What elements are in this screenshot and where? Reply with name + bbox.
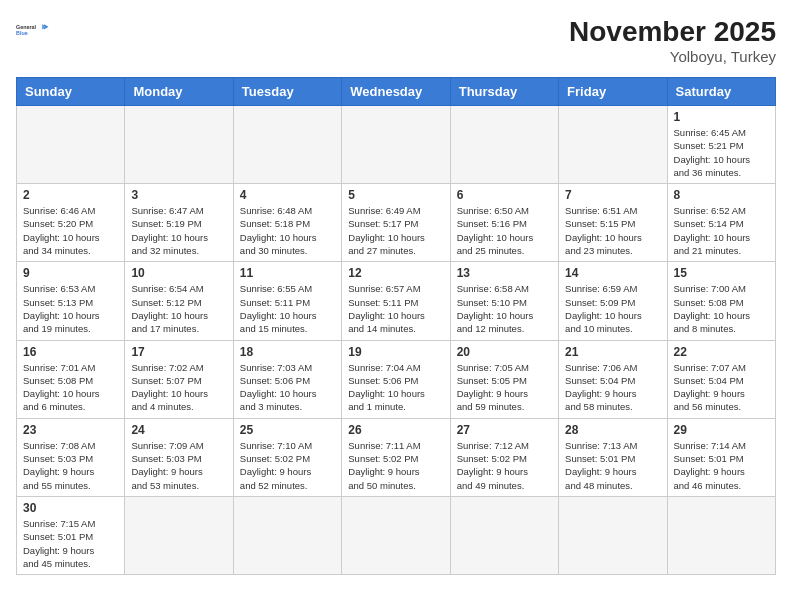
calendar-day-16: 16Sunrise: 7:01 AM Sunset: 5:08 PM Dayli…	[17, 340, 125, 418]
calendar-week-row: 9Sunrise: 6:53 AM Sunset: 5:13 PM Daylig…	[17, 262, 776, 340]
calendar-day-1: 1Sunrise: 6:45 AM Sunset: 5:21 PM Daylig…	[667, 106, 775, 184]
day-info: Sunrise: 7:08 AM Sunset: 5:03 PM Dayligh…	[23, 439, 118, 492]
weekday-header-saturday: Saturday	[667, 78, 775, 106]
calendar-day-empty	[667, 496, 775, 574]
day-info: Sunrise: 7:10 AM Sunset: 5:02 PM Dayligh…	[240, 439, 335, 492]
day-number: 30	[23, 501, 118, 515]
weekday-header-tuesday: Tuesday	[233, 78, 341, 106]
calendar-day-4: 4Sunrise: 6:48 AM Sunset: 5:18 PM Daylig…	[233, 184, 341, 262]
day-info: Sunrise: 7:09 AM Sunset: 5:03 PM Dayligh…	[131, 439, 226, 492]
day-number: 12	[348, 266, 443, 280]
day-number: 26	[348, 423, 443, 437]
day-info: Sunrise: 7:11 AM Sunset: 5:02 PM Dayligh…	[348, 439, 443, 492]
day-number: 21	[565, 345, 660, 359]
svg-text:Blue: Blue	[16, 30, 28, 36]
calendar-day-empty	[342, 496, 450, 574]
calendar-day-25: 25Sunrise: 7:10 AM Sunset: 5:02 PM Dayli…	[233, 418, 341, 496]
day-number: 20	[457, 345, 552, 359]
calendar-week-row: 30Sunrise: 7:15 AM Sunset: 5:01 PM Dayli…	[17, 496, 776, 574]
calendar-day-empty	[125, 106, 233, 184]
day-info: Sunrise: 6:49 AM Sunset: 5:17 PM Dayligh…	[348, 204, 443, 257]
calendar-day-empty	[450, 106, 558, 184]
calendar-day-26: 26Sunrise: 7:11 AM Sunset: 5:02 PM Dayli…	[342, 418, 450, 496]
day-number: 25	[240, 423, 335, 437]
day-number: 15	[674, 266, 769, 280]
day-info: Sunrise: 7:06 AM Sunset: 5:04 PM Dayligh…	[565, 361, 660, 414]
day-number: 13	[457, 266, 552, 280]
day-number: 29	[674, 423, 769, 437]
calendar-day-11: 11Sunrise: 6:55 AM Sunset: 5:11 PM Dayli…	[233, 262, 341, 340]
day-number: 27	[457, 423, 552, 437]
day-number: 14	[565, 266, 660, 280]
calendar-day-22: 22Sunrise: 7:07 AM Sunset: 5:04 PM Dayli…	[667, 340, 775, 418]
logo: GeneralBlue	[16, 16, 52, 44]
day-info: Sunrise: 6:52 AM Sunset: 5:14 PM Dayligh…	[674, 204, 769, 257]
calendar-day-5: 5Sunrise: 6:49 AM Sunset: 5:17 PM Daylig…	[342, 184, 450, 262]
weekday-header-friday: Friday	[559, 78, 667, 106]
day-info: Sunrise: 7:14 AM Sunset: 5:01 PM Dayligh…	[674, 439, 769, 492]
day-number: 19	[348, 345, 443, 359]
calendar-day-9: 9Sunrise: 6:53 AM Sunset: 5:13 PM Daylig…	[17, 262, 125, 340]
calendar-day-15: 15Sunrise: 7:00 AM Sunset: 5:08 PM Dayli…	[667, 262, 775, 340]
calendar-day-29: 29Sunrise: 7:14 AM Sunset: 5:01 PM Dayli…	[667, 418, 775, 496]
day-info: Sunrise: 6:47 AM Sunset: 5:19 PM Dayligh…	[131, 204, 226, 257]
calendar-week-row: 16Sunrise: 7:01 AM Sunset: 5:08 PM Dayli…	[17, 340, 776, 418]
day-number: 4	[240, 188, 335, 202]
calendar-week-row: 23Sunrise: 7:08 AM Sunset: 5:03 PM Dayli…	[17, 418, 776, 496]
day-info: Sunrise: 6:51 AM Sunset: 5:15 PM Dayligh…	[565, 204, 660, 257]
calendar-table: SundayMondayTuesdayWednesdayThursdayFrid…	[16, 77, 776, 575]
calendar-subtitle: Yolboyu, Turkey	[569, 48, 776, 65]
calendar-day-10: 10Sunrise: 6:54 AM Sunset: 5:12 PM Dayli…	[125, 262, 233, 340]
day-info: Sunrise: 7:13 AM Sunset: 5:01 PM Dayligh…	[565, 439, 660, 492]
day-info: Sunrise: 6:45 AM Sunset: 5:21 PM Dayligh…	[674, 126, 769, 179]
calendar-day-30: 30Sunrise: 7:15 AM Sunset: 5:01 PM Dayli…	[17, 496, 125, 574]
day-number: 17	[131, 345, 226, 359]
calendar-day-14: 14Sunrise: 6:59 AM Sunset: 5:09 PM Dayli…	[559, 262, 667, 340]
calendar-day-2: 2Sunrise: 6:46 AM Sunset: 5:20 PM Daylig…	[17, 184, 125, 262]
day-info: Sunrise: 6:59 AM Sunset: 5:09 PM Dayligh…	[565, 282, 660, 335]
day-info: Sunrise: 7:15 AM Sunset: 5:01 PM Dayligh…	[23, 517, 118, 570]
calendar-day-17: 17Sunrise: 7:02 AM Sunset: 5:07 PM Dayli…	[125, 340, 233, 418]
day-number: 28	[565, 423, 660, 437]
calendar-day-19: 19Sunrise: 7:04 AM Sunset: 5:06 PM Dayli…	[342, 340, 450, 418]
day-number: 10	[131, 266, 226, 280]
day-number: 24	[131, 423, 226, 437]
calendar-day-18: 18Sunrise: 7:03 AM Sunset: 5:06 PM Dayli…	[233, 340, 341, 418]
day-number: 1	[674, 110, 769, 124]
calendar-day-empty	[233, 496, 341, 574]
day-info: Sunrise: 6:58 AM Sunset: 5:10 PM Dayligh…	[457, 282, 552, 335]
calendar-day-6: 6Sunrise: 6:50 AM Sunset: 5:16 PM Daylig…	[450, 184, 558, 262]
day-number: 6	[457, 188, 552, 202]
day-info: Sunrise: 6:55 AM Sunset: 5:11 PM Dayligh…	[240, 282, 335, 335]
day-info: Sunrise: 7:01 AM Sunset: 5:08 PM Dayligh…	[23, 361, 118, 414]
weekday-header-thursday: Thursday	[450, 78, 558, 106]
day-number: 11	[240, 266, 335, 280]
calendar-day-8: 8Sunrise: 6:52 AM Sunset: 5:14 PM Daylig…	[667, 184, 775, 262]
day-number: 22	[674, 345, 769, 359]
day-number: 3	[131, 188, 226, 202]
day-info: Sunrise: 6:57 AM Sunset: 5:11 PM Dayligh…	[348, 282, 443, 335]
day-number: 9	[23, 266, 118, 280]
calendar-day-empty	[233, 106, 341, 184]
day-info: Sunrise: 6:46 AM Sunset: 5:20 PM Dayligh…	[23, 204, 118, 257]
svg-text:General: General	[16, 24, 37, 30]
title-block: November 2025 Yolboyu, Turkey	[569, 16, 776, 65]
calendar-day-empty	[125, 496, 233, 574]
day-number: 18	[240, 345, 335, 359]
day-info: Sunrise: 7:03 AM Sunset: 5:06 PM Dayligh…	[240, 361, 335, 414]
weekday-header-sunday: Sunday	[17, 78, 125, 106]
day-info: Sunrise: 7:04 AM Sunset: 5:06 PM Dayligh…	[348, 361, 443, 414]
calendar-day-empty	[559, 496, 667, 574]
calendar-day-12: 12Sunrise: 6:57 AM Sunset: 5:11 PM Dayli…	[342, 262, 450, 340]
day-info: Sunrise: 6:53 AM Sunset: 5:13 PM Dayligh…	[23, 282, 118, 335]
day-info: Sunrise: 7:07 AM Sunset: 5:04 PM Dayligh…	[674, 361, 769, 414]
day-number: 16	[23, 345, 118, 359]
calendar-day-empty	[17, 106, 125, 184]
day-number: 23	[23, 423, 118, 437]
calendar-title: November 2025	[569, 16, 776, 48]
calendar-day-21: 21Sunrise: 7:06 AM Sunset: 5:04 PM Dayli…	[559, 340, 667, 418]
day-info: Sunrise: 7:02 AM Sunset: 5:07 PM Dayligh…	[131, 361, 226, 414]
calendar-day-24: 24Sunrise: 7:09 AM Sunset: 5:03 PM Dayli…	[125, 418, 233, 496]
weekday-header-wednesday: Wednesday	[342, 78, 450, 106]
calendar-day-empty	[450, 496, 558, 574]
